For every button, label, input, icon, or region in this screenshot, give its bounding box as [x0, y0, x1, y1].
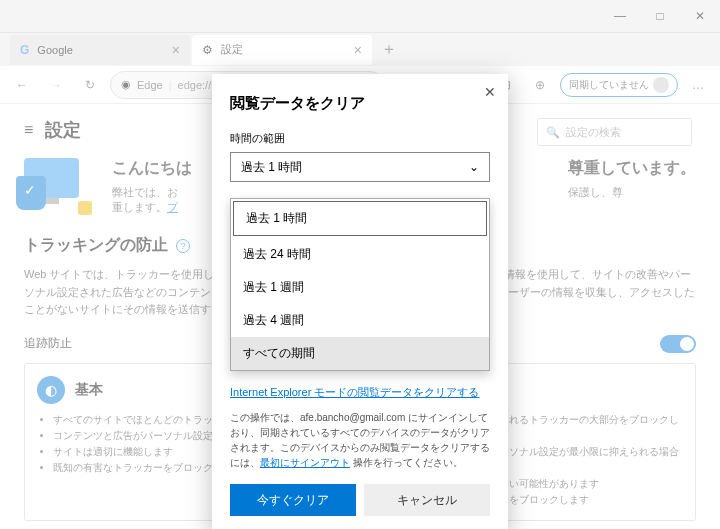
dialog-close-button[interactable]: ✕ [484, 84, 496, 100]
option-1week[interactable]: 過去 1 週間 [231, 271, 489, 304]
clear-data-dialog: ✕ 閲覧データをクリア 時間の範囲 過去 1 時間 ⌄ 過去 1 時間 過去 2… [212, 74, 508, 529]
signout-link[interactable]: 最初にサインアウト [260, 457, 350, 468]
option-24hours[interactable]: 過去 24 時間 [231, 238, 489, 271]
dialog-title: 閲覧データをクリア [230, 94, 490, 113]
time-range-label: 時間の範囲 [230, 131, 490, 146]
option-1hour[interactable]: 過去 1 時間 [233, 201, 487, 236]
time-range-select[interactable]: 過去 1 時間 ⌄ [230, 152, 490, 182]
time-range-dropdown: 過去 1 時間 過去 24 時間 過去 1 週間 過去 4 週間 すべての期間 [230, 198, 490, 371]
dialog-description: この操作では、afe.bancho@gmail.com にサインインしており、同… [230, 410, 490, 470]
chevron-down-icon: ⌄ [469, 160, 479, 174]
option-alltime[interactable]: すべての期間 [231, 337, 489, 370]
clear-now-button[interactable]: 今すぐクリア [230, 484, 356, 516]
option-4weeks[interactable]: 過去 4 週間 [231, 304, 489, 337]
ie-mode-link[interactable]: Internet Explorer モードの閲覧データをクリアする [230, 385, 490, 400]
select-value: 過去 1 時間 [241, 159, 302, 176]
cancel-button[interactable]: キャンセル [364, 484, 490, 516]
